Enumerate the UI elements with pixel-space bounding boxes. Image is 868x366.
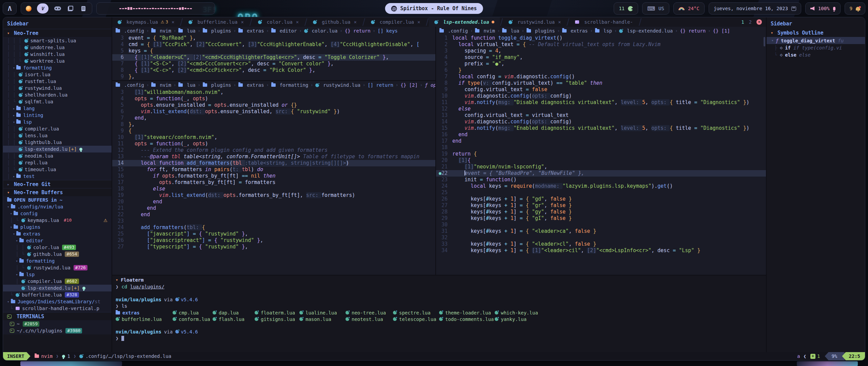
tree-item-neodim-lua[interactable]: │ │ neodim.lua — [3, 152, 112, 159]
close-tab-icon[interactable]: × — [241, 19, 243, 25]
sidebar-section-neo-tree[interactable]: ▾Neo-Tree — [3, 29, 112, 37]
editor-pane-color[interactable]: .config›nvim›lua›plugins›extras›editor›c… — [112, 27, 435, 81]
breadcrumb-segment[interactable]: extras — [238, 82, 264, 88]
breadcrumb-segment[interactable]: nvim — [151, 28, 171, 34]
tree-item-isort-lua[interactable]: │ │ isort.lua — [3, 71, 112, 78]
tree-item-lsp-extended-lu[interactable]: └ lsp-extended.lu[+] — [3, 285, 112, 291]
tree-item-lsp-extended-lu[interactable]: │ │ lsp-extended.lu[+] — [3, 146, 112, 152]
sidebar-section-neo-tree-buffers[interactable]: ▾Neo-Tree Buffers — [3, 188, 112, 196]
tree-item-worktree-lua[interactable]: │ │ └ worktree.lua — [3, 58, 112, 64]
breadcrumb-segment[interactable]: plugins — [527, 28, 555, 34]
tree-item-juegos-indies-steamlibrary-[interactable]: ▾Juegos/Indies/SteamLibrary/st — [3, 298, 112, 305]
breadcrumb-segment[interactable]: rustywind.lua — [315, 82, 360, 88]
breadcrumb-segment[interactable]: lsp — [595, 28, 612, 34]
code-line-13[interactable]: 13 ---@param tbl table<string, conform.F… — [112, 154, 435, 160]
code-line-19[interactable]: 19return { — [436, 151, 766, 157]
code-line-28[interactable]: 28 keys[#keys + 1] = { "gy", false } — [436, 209, 766, 215]
breadcrumb-segment[interactable]: lua — [178, 28, 195, 34]
floaterm-terminal[interactable]: ▾Floaterm❯cd lua/plugins/nvim/lua/plugin… — [112, 275, 766, 352]
breadcrumb-segment[interactable]: plugins — [203, 28, 231, 34]
breadcrumb-segment[interactable]: formatting — [271, 82, 308, 88]
code-line-14[interactable]: 14 local function add_formatters(tbl :ta… — [112, 160, 435, 166]
breadcrumb-segment[interactable]: lua — [502, 28, 519, 34]
code-line-29[interactable]: 29 keys[#keys + 1] = { "gI", false } — [436, 215, 766, 222]
code-line-6[interactable]: 6 { [1]"<leader>uC", [2]"<cmd>CccHighlig… — [112, 54, 435, 61]
close-tab-icon[interactable]: × — [172, 19, 174, 25]
code-line-10[interactable]: 10 [1]"stevearc/conform.nvim", — [112, 134, 435, 141]
breadcrumb-segment[interactable]: lsp-extended.lua — [619, 28, 673, 34]
close-all-button[interactable]: × — [756, 19, 762, 25]
code-line-18[interactable]: 18 — [436, 144, 766, 151]
tree-item-keymaps-lua[interactable]: │ └ keymaps.lua#10⚠ — [3, 217, 112, 224]
breadcrumb-segment[interactable]: nvim — [475, 28, 495, 34]
code-line-6[interactable]: 6 vim.list_extend(dst: opts.ensure_insta… — [112, 108, 435, 115]
tree-item-editor[interactable]: ▾editor — [3, 237, 112, 244]
code-line-23[interactable]: 23 init = function() — [436, 177, 766, 183]
tree-item-repl-lua[interactable]: │ │ repl.lua — [3, 159, 112, 166]
sidebar-section-terminals[interactable]: >_TERMINALS — [3, 312, 112, 320]
close-tab-icon[interactable]: × — [296, 19, 299, 25]
breadcrumb-segment[interactable]: {} return — [680, 28, 706, 34]
tree-item-lens-lua[interactable]: │ │ lens.lua — [3, 132, 112, 139]
music-widget[interactable]: Spiritbox - Rule Of Nines — [385, 3, 483, 14]
code-line-31[interactable]: 31 keys[#keys + 1] = { "<leader>ca", fal… — [436, 228, 766, 235]
close-tab-icon[interactable]: × — [417, 19, 420, 25]
code-line-7[interactable]: 7 { [1]"<S-C>", [2]"<cmd>CccConvert<cr>"… — [112, 61, 435, 67]
code-line-13[interactable]: 13 config.virtual_text = virtual_text — [436, 112, 766, 119]
breadcrumb-segment[interactable]: ƒ opts — [425, 82, 435, 88]
breadcrumb-segment[interactable]: .config — [439, 28, 468, 34]
code-line-7[interactable]: 7 local config = vim.diagnostic.config() — [436, 74, 766, 80]
code-line-5[interactable]: 5 opts.ensure_installed = opts.ensure_in… — [112, 102, 435, 108]
tree-item-winshift-lua[interactable]: │ │ │ winshift.lua — [3, 51, 112, 58]
code-line-23[interactable]: 23 — [112, 218, 435, 224]
code-line-10[interactable]: 10 vim.diagnostic.config(opts: config) — [436, 93, 766, 99]
file-icon[interactable] — [81, 6, 85, 11]
tree-item-rustywind-lua[interactable]: │ └ rustywind.lua#726 — [3, 264, 112, 271]
code-line-3[interactable]: 3 [1]"williamboman/mason.nvim", — [112, 89, 435, 96]
code-line-11[interactable]: 11 vim.notify(msg: "Disable diagnostics … — [436, 99, 766, 106]
code-line-5[interactable]: 5 prefix = "●", — [436, 61, 766, 67]
tree-item-github-lua[interactable]: │ └ github.lua#654 — [3, 251, 112, 258]
tree-item-formatting[interactable]: │ ▾formatting — [3, 64, 112, 71]
keyboard-layout-widget[interactable]: ⌨US — [642, 2, 669, 15]
tree-item-rustywind-lua[interactable]: │ │ rustywind.lua — [3, 85, 112, 92]
tab-color-lua[interactable]: color.lua× — [253, 17, 304, 27]
code-line-4[interactable]: 4 opts = function(_, opts) — [112, 96, 435, 102]
tree-item-lsp[interactable]: ▾lsp — [3, 271, 112, 278]
tab-bufferline-lua[interactable]: bufferline.lua× — [183, 17, 249, 27]
tree-item-plugins[interactable]: ▾plugins — [3, 224, 112, 230]
tree-item-compiler-lua[interactable]: │ │ compiler.lua — [3, 125, 112, 132]
tree-item-bufferline-lua[interactable]: └ bufferline.lua#328 — [3, 291, 112, 298]
tree-item--config-nvim-lua[interactable]: ▾.config/nvim/lua — [3, 203, 112, 210]
tab-scrollbar-handle-[interactable]: scrollbar-handle- — [570, 17, 638, 27]
tree-item-extras[interactable]: ▾extras — [3, 230, 112, 237]
code-line-20[interactable]: 20 [1]{ — [436, 157, 766, 164]
breadcrumb-segment[interactable]: .config — [116, 82, 144, 88]
code-line-5[interactable]: 5keys = { — [112, 48, 435, 54]
tree-item-test[interactable]: │ ▸test — [3, 173, 112, 180]
tab-lsp-extended-lua[interactable]: lsp-extended.lua — [429, 17, 500, 27]
code-line-17[interactable]: 17 opts.formatters_by_ft[ft] = formatter… — [112, 179, 435, 186]
code-line-16[interactable]: 16 if opts.formatters_by_ft[ft] == nil t… — [112, 173, 435, 179]
code-line-14[interactable]: 14 vim.diagnostic.config(opts: config) — [436, 119, 766, 125]
tab-rustywind-lua[interactable]: rustywind.lua× — [503, 17, 566, 27]
tree-item-sqlfmt-lua[interactable]: │ └ sqlfmt.lua — [3, 98, 112, 105]
windows-icon[interactable] — [68, 6, 73, 11]
symbol-toggle_diag_virtext[interactable]: ▾ƒtoggle_diag_virtextfu — [767, 37, 865, 44]
breadcrumb-segment[interactable]: {} [1] — [713, 28, 730, 34]
editor-pane-lsp-extended[interactable]: .config›nvim›lua›plugins›extras›lsp›lsp-… — [436, 27, 766, 275]
code-line-8[interactable]: 8}, — [112, 121, 435, 128]
code-line-24[interactable]: 24 local keys = require(modname: "lazyvi… — [436, 183, 766, 189]
code-line-20[interactable]: 20 end — [112, 199, 435, 205]
tree-item-rustfmt-lua[interactable]: │ │ rustfmt.lua — [3, 78, 112, 85]
code-line-27[interactable]: 27 keys[#keys + 1] = { "gr", false } — [436, 202, 766, 209]
weather-widget[interactable]: 24°C — [673, 2, 705, 15]
breadcrumb-segment[interactable]: plugins — [203, 82, 231, 88]
tree-item-lsp[interactable]: │ ▾lsp — [3, 119, 112, 125]
tab-github-lua[interactable]: github.lua× — [308, 17, 362, 27]
breadcrumb-segment[interactable]: [] return — [368, 82, 393, 88]
code-line-26[interactable]: 26 ["javascriptreact"] = { "rustywind" }… — [112, 237, 435, 244]
firefox-icon[interactable] — [26, 6, 32, 12]
breadcrumb-segment[interactable]: color.lua — [304, 28, 338, 34]
neovim-icon[interactable]: V — [37, 3, 48, 14]
